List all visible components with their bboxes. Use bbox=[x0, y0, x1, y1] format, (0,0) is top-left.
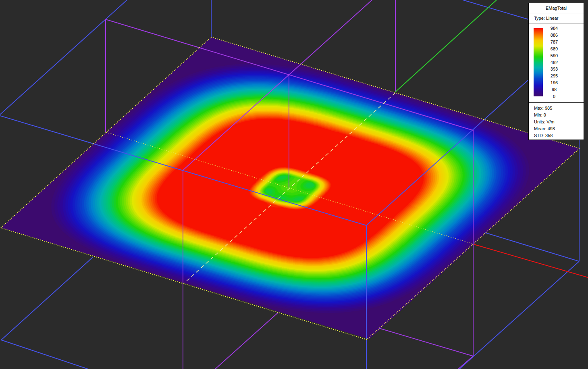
y-axis bbox=[395, 0, 497, 92]
domain-box-edge bbox=[0, 0, 127, 115]
colorbar-tick-label: 0 bbox=[543, 94, 565, 99]
legend-title-panel: EMagTotal bbox=[528, 3, 584, 13]
field-slice-plot[interactable] bbox=[1, 37, 580, 339]
legend-stat-line: Max: 985 bbox=[534, 105, 584, 112]
colorbar-tick-label: 590 bbox=[543, 53, 565, 58]
colorbar-tick-label: 196 bbox=[543, 80, 565, 85]
3d-viewport[interactable]: EMagTotal Type: Linear 98488678768959049… bbox=[0, 0, 588, 369]
domain-box-edge bbox=[463, 0, 528, 19]
padding-box-edge bbox=[458, 356, 473, 369]
legend-title: EMagTotal bbox=[546, 6, 567, 10]
legend-stat-line: STD: 358 bbox=[534, 132, 584, 139]
domain-box-edge bbox=[485, 233, 579, 261]
colorbar bbox=[534, 28, 543, 96]
legend-stat-line: Min: 0 bbox=[534, 112, 584, 119]
colorbar-tick-label: 295 bbox=[543, 73, 565, 78]
legend-stat-line: Mean: 493 bbox=[534, 125, 584, 132]
colorbar-tick-label: 984 bbox=[543, 26, 565, 31]
colorbar-tick-label: 689 bbox=[543, 46, 565, 51]
domain-box-edge bbox=[459, 261, 579, 369]
domain-box-edge bbox=[1, 257, 93, 340]
legend-scale-type: Type: Linear bbox=[534, 16, 559, 21]
colorbar-tick-label: 393 bbox=[543, 67, 565, 71]
padding-box-edge bbox=[379, 328, 473, 356]
colorbar-tick-label: 492 bbox=[543, 60, 565, 65]
colorbar-tick-label: 886 bbox=[543, 33, 565, 38]
domain-box-edge bbox=[1, 340, 88, 369]
colorbar-tick-label: 787 bbox=[543, 40, 565, 44]
legend-stats-panel: Max: 985Min: 0Units: V/mMean: 493STD: 35… bbox=[528, 102, 584, 140]
colorbar-tick-label: 98 bbox=[543, 87, 565, 92]
legend-type-panel: Type: Linear bbox=[528, 13, 584, 23]
legend-stat-line: Units: V/m bbox=[534, 119, 584, 125]
padding-box-edge bbox=[215, 313, 278, 369]
x-axis bbox=[474, 244, 588, 277]
legend-colorbar-panel: 984886787689590492393295196980 bbox=[528, 23, 584, 103]
